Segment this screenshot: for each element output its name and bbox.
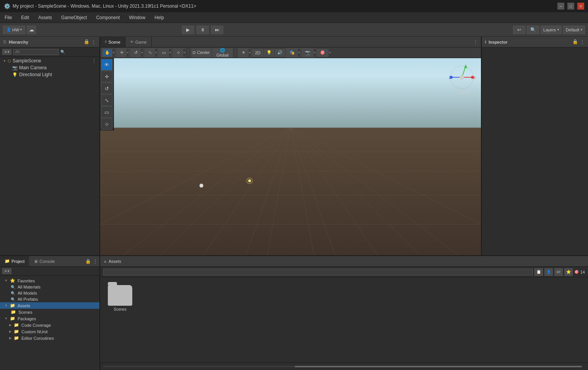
hierarchy-add-button[interactable]: +▾ (2, 49, 11, 55)
project-toolbar: +▾ (0, 267, 99, 276)
account-button[interactable]: 👤 HW ▾ (3, 26, 25, 34)
hierarchy-main-camera[interactable]: 📷 Main Camera (0, 64, 99, 71)
scene-tab[interactable]: # Scene (100, 37, 125, 47)
move-tool-button[interactable]: ✛ (117, 49, 127, 57)
assets-star-button[interactable]: ⭐ (564, 268, 573, 276)
search-models-icon: 🔍 (11, 291, 15, 295)
move-scene-tool-button[interactable]: ✛ (101, 71, 112, 82)
scenes-folder-asset[interactable]: Scenes (106, 284, 134, 313)
rotate-tool-button[interactable]: ↺ (131, 49, 141, 57)
maximize-button[interactable]: □ (567, 3, 574, 10)
menu-component[interactable]: Component (94, 14, 121, 21)
eye-tool-button[interactable]: 👁 (101, 59, 112, 70)
transform-tools-group: ✋ ▾ (102, 48, 115, 57)
scale-tool-button[interactable]: ⤡ (145, 49, 155, 57)
layers-dropdown[interactable]: Layers ▾ (541, 26, 562, 34)
assets-group[interactable]: ▼ 📁 Assets (0, 302, 99, 309)
code-coverage-item[interactable]: ▶ 📁 Code Coverage (0, 322, 99, 328)
packages-label: Packages (18, 316, 36, 321)
menu-edit[interactable]: Edit (19, 14, 31, 21)
rect-tool-button[interactable]: ▭ (159, 49, 169, 57)
pause-button[interactable]: ⏸ (197, 26, 209, 34)
all-prefabs-item[interactable]: 🔍 All Prefabs (0, 296, 99, 302)
hierarchy-header-icons: 🔒 ⋮ (84, 39, 96, 45)
code-coverage-label: Code Coverage (21, 323, 51, 328)
shading-button[interactable]: ☀ (239, 49, 249, 57)
menu-file[interactable]: File (3, 14, 13, 21)
hierarchy-directional-light[interactable]: 💡 Directional Light (0, 71, 99, 78)
custom-nunit-item[interactable]: ▶ 📁 Custom NUnit (0, 328, 99, 335)
transform-all-button[interactable]: ⊹ (173, 49, 183, 57)
assets-search-input[interactable] (103, 269, 533, 275)
assets-scrollbar-thumb[interactable] (295, 366, 582, 367)
gizmo-button[interactable]: 🎯 (317, 49, 328, 57)
favorites-group[interactable]: ▼ ⭐ Favorites (0, 277, 99, 284)
assets-toolbar: 📋 👤 🏷 ⭐ 🎯 14 (100, 267, 588, 277)
audio-button[interactable]: 🔊 (275, 49, 285, 57)
chevron-down-icon: ▾ (20, 28, 22, 31)
scale-tools-group: ⤡ ▾ (144, 48, 158, 57)
hierarchy-sample-scene[interactable]: ▼ ⬡ SampleScene ⋮ (0, 57, 99, 64)
hierarchy-search-icon: 🔍 (60, 50, 65, 54)
hierarchy-more-icon[interactable]: ⋮ (91, 39, 96, 45)
inspector-lock-icon[interactable]: 🔒 (572, 39, 578, 45)
hierarchy-lock-icon[interactable]: 🔒 (84, 39, 89, 45)
scene-viewport[interactable]: 👁 ✛ ↺ ⤡ ▭ ⊹ (100, 58, 481, 255)
pivot-button[interactable]: ⊙ Center (192, 49, 211, 57)
game-tab[interactable]: 👁 Game (125, 37, 152, 47)
global-button[interactable]: 🌐 Global (213, 49, 232, 57)
assets-tag-button[interactable]: 🏷 (554, 268, 563, 276)
menu-assets[interactable]: Assets (37, 14, 54, 21)
assets-filter-button[interactable]: 👤 (544, 268, 553, 276)
menu-help[interactable]: Help (153, 14, 166, 21)
svg-point-20 (200, 184, 203, 187)
transform-scene-tool-button[interactable]: ⊹ (101, 118, 112, 130)
svg-point-33 (460, 75, 464, 80)
project-tab-label: Project (11, 259, 24, 264)
rect-scene-tool-button[interactable]: ▭ (101, 106, 112, 118)
console-tab[interactable]: 🖥 Console (29, 256, 59, 266)
hierarchy-search-input[interactable] (13, 49, 59, 55)
editor-coroutines-item[interactable]: ▶ 📁 Editor Coroutines (0, 335, 99, 341)
project-more-icon[interactable]: ⋮ (93, 258, 98, 264)
rotate-scene-tool-button[interactable]: ↺ (101, 83, 112, 94)
scene-left-tools: 👁 ✛ ↺ ⤡ ▭ ⊹ (100, 58, 114, 130)
scenes-label: Scenes (18, 310, 32, 315)
search-prefabs-icon: 🔍 (11, 297, 15, 302)
inspector-more-icon[interactable]: ⋮ (580, 39, 585, 45)
menu-gameobject[interactable]: GameObject (60, 14, 88, 21)
lighting-button[interactable]: 💡 (264, 49, 274, 57)
default-dropdown[interactable]: Default ▾ (563, 26, 585, 34)
hierarchy-content: ▼ ⬡ SampleScene ⋮ 📷 Main Camera 💡 Direct… (0, 57, 99, 255)
scene-tab-more[interactable]: ⋮ (470, 37, 481, 47)
project-tab[interactable]: 📁 Project (0, 256, 29, 266)
hierarchy-title: Hierarchy (9, 40, 28, 44)
hand-tool-button[interactable]: ✋ (102, 49, 112, 57)
star-icon: ⭐ (10, 278, 15, 283)
scene-more-icon[interactable]: ⋮ (92, 58, 96, 64)
step-button[interactable]: ⏭ (211, 26, 223, 34)
close-button[interactable]: ✕ (577, 3, 584, 10)
console-tab-label: Console (39, 259, 55, 264)
scale-scene-tool-button[interactable]: ⤡ (101, 95, 112, 106)
project-lock-icon[interactable]: 🔒 (85, 259, 91, 264)
project-add-button[interactable]: +▾ (2, 268, 11, 274)
minimize-button[interactable]: ─ (557, 3, 564, 10)
assets-view-button[interactable]: 📋 (534, 268, 543, 276)
camera-view-button[interactable]: 📷 (302, 49, 313, 57)
play-button[interactable]: ▶ (182, 26, 194, 34)
pivot-group: ⊙ Center (191, 48, 211, 57)
all-materials-item[interactable]: 🔍 All Materials (0, 284, 99, 290)
menu-window[interactable]: Window (127, 14, 147, 21)
fx-button[interactable]: 🎭 (286, 49, 298, 57)
scenes-item[interactable]: 📁 Scenes (0, 309, 99, 315)
all-models-item[interactable]: 🔍 All Models (0, 290, 99, 296)
directional-light-label: Directional Light (19, 72, 52, 77)
2d-button[interactable]: 2D (252, 49, 263, 57)
undo-button[interactable]: ↩ (513, 26, 525, 34)
search-button[interactable]: 🔍 (527, 26, 539, 34)
transform-all-group: ⊹ ▾ (172, 48, 186, 57)
cloud-button[interactable]: ☁ (27, 26, 36, 34)
scene-gizmo: X Z < Persp (447, 62, 477, 93)
packages-group[interactable]: ▼ 📁 Packages (0, 315, 99, 322)
